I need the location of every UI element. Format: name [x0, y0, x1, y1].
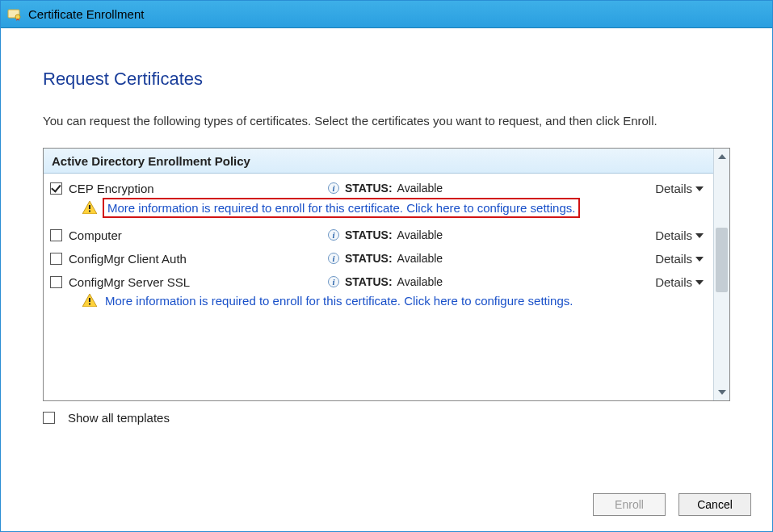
more-info-link[interactable]: More information is required to enroll f… [105, 294, 573, 308]
certificate-name: ConfigMgr Server SSL [69, 275, 327, 289]
cancel-button[interactable]: Cancel [678, 493, 751, 516]
status-value: Available [397, 252, 443, 265]
certificate-rows: CEP EncryptioniSTATUS:AvailableDetailsMo… [44, 174, 713, 319]
info-icon: i [327, 252, 340, 265]
certificate-icon [7, 7, 22, 22]
status-column: iSTATUS:Available [327, 228, 655, 241]
enroll-button[interactable]: Enroll [593, 493, 666, 516]
certificate-checkbox[interactable] [50, 229, 62, 241]
certificate-checkbox[interactable] [50, 276, 62, 288]
certificate-checkbox[interactable] [50, 182, 62, 195]
status-value: Available [397, 228, 443, 241]
more-info-line: More information is required to enroll f… [82, 294, 704, 308]
policy-header: Active Directory Enrollment Policy [44, 149, 713, 174]
status-label: STATUS: [345, 252, 393, 265]
certificate-listbox: Active Directory Enrollment Policy CEP E… [43, 148, 730, 401]
status-value: Available [397, 275, 443, 288]
svg-rect-12 [89, 298, 90, 302]
certificate-name: CEP Encryption [69, 182, 327, 195]
certificate-checkbox[interactable] [50, 253, 62, 265]
certificate-row-main: ConfigMgr Server SSLiSTATUS:AvailableDet… [50, 275, 704, 289]
warning-icon [82, 201, 97, 214]
svg-rect-13 [89, 304, 90, 305]
window-title: Certificate Enrollment [28, 7, 144, 21]
details-label: Details [655, 182, 692, 195]
show-all-row: Show all templates [43, 411, 730, 425]
window-frame: Certificate Enrollment Request Certifica… [0, 0, 773, 532]
status-value: Available [397, 182, 443, 195]
scroll-down-button[interactable] [714, 384, 729, 400]
content-area: Request Certificates You can request the… [1, 28, 772, 478]
chevron-down-icon [695, 253, 704, 264]
show-all-checkbox[interactable] [43, 412, 55, 424]
certificate-row: ComputeriSTATUS:AvailableDetails [44, 222, 713, 245]
details-toggle[interactable]: Details [655, 275, 704, 289]
chevron-down-icon [695, 182, 704, 194]
scroll-track[interactable] [714, 165, 729, 384]
page-title: Request Certificates [43, 69, 730, 90]
certificate-name: Computer [69, 228, 327, 242]
certificate-name: ConfigMgr Client Auth [69, 252, 327, 266]
certificate-row-main: ComputeriSTATUS:AvailableDetails [50, 228, 704, 242]
status-column: iSTATUS:Available [327, 182, 655, 195]
status-column: iSTATUS:Available [327, 275, 655, 288]
more-info-link[interactable]: More information is required to enroll f… [105, 200, 578, 216]
certificate-row-main: ConfigMgr Client AuthiSTATUS:AvailableDe… [50, 252, 704, 266]
chevron-down-icon [695, 276, 704, 287]
status-label: STATUS: [345, 275, 393, 288]
info-icon: i [327, 275, 340, 288]
scroll-up-button[interactable] [714, 149, 729, 165]
details-toggle[interactable]: Details [655, 182, 704, 195]
show-all-label: Show all templates [68, 411, 170, 425]
details-label: Details [655, 252, 692, 266]
more-info-line: More information is required to enroll f… [82, 200, 704, 216]
certificate-row-main: CEP EncryptioniSTATUS:AvailableDetails [50, 182, 704, 195]
details-label: Details [655, 275, 692, 289]
titlebar: Certificate Enrollment [1, 1, 772, 28]
details-label: Details [655, 228, 692, 242]
info-icon: i [327, 182, 340, 195]
details-toggle[interactable]: Details [655, 252, 704, 266]
svg-rect-5 [89, 211, 90, 212]
scrollbar[interactable] [713, 149, 729, 400]
footer: Enroll Cancel [1, 478, 772, 531]
svg-rect-4 [89, 205, 90, 209]
warning-icon [82, 294, 97, 307]
certificate-row: ConfigMgr Client AuthiSTATUS:AvailableDe… [44, 245, 713, 269]
status-label: STATUS: [345, 228, 393, 241]
status-label: STATUS: [345, 182, 393, 195]
details-toggle[interactable]: Details [655, 228, 704, 242]
scroll-thumb[interactable] [716, 228, 728, 292]
status-column: iSTATUS:Available [327, 252, 655, 265]
certificate-list-scroll: Active Directory Enrollment Policy CEP E… [44, 149, 713, 400]
certificate-row: CEP EncryptioniSTATUS:AvailableDetailsMo… [44, 175, 713, 222]
instructions-text: You can request the following types of c… [43, 112, 730, 130]
info-icon: i [327, 228, 340, 241]
certificate-row: ConfigMgr Server SSLiSTATUS:AvailableDet… [44, 269, 713, 314]
chevron-down-icon [695, 229, 704, 241]
